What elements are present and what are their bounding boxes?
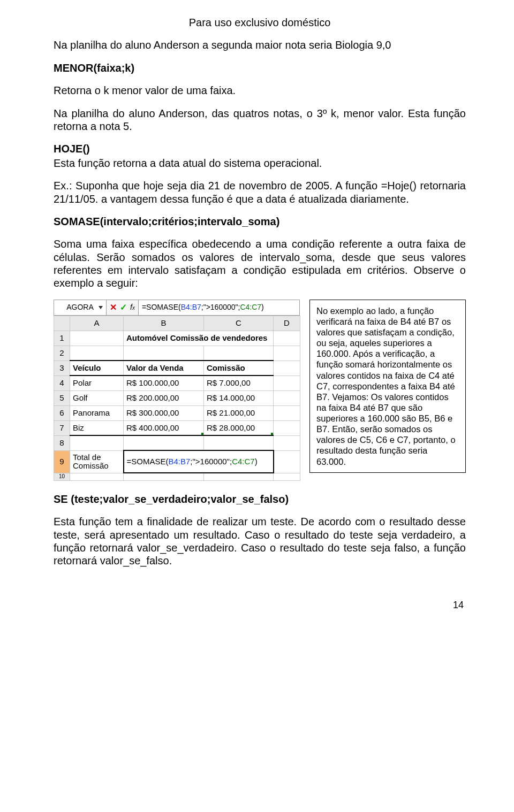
row-header[interactable]: 4 bbox=[54, 376, 70, 390]
cell[interactable] bbox=[274, 435, 300, 450]
cancel-formula-icon[interactable]: ✕ bbox=[110, 302, 117, 313]
cell[interactable]: R$ 21.000,00 bbox=[204, 405, 274, 420]
col-header-d[interactable]: D bbox=[274, 316, 300, 331]
cell[interactable] bbox=[124, 435, 204, 450]
row-header[interactable]: 6 bbox=[54, 405, 70, 420]
spreadsheet-example: AGORA ✕ ✓ fx =SOMASE(B4:B7;">160000";C4:… bbox=[54, 300, 300, 481]
cell[interactable] bbox=[274, 376, 300, 390]
col-header-c[interactable]: C bbox=[204, 316, 274, 331]
cell[interactable] bbox=[70, 473, 124, 480]
row-header[interactable]: 9 bbox=[54, 450, 70, 473]
paragraph-somase-desc: Soma uma faixa específica obedecendo a u… bbox=[54, 238, 466, 290]
cell[interactable]: Polar bbox=[70, 376, 124, 390]
paragraph-se-desc: Esta função tem a finalidade de realizar… bbox=[54, 515, 466, 568]
cell[interactable] bbox=[274, 346, 300, 361]
paragraph-hoje-example: Ex.: Suponha que hoje seja dia 21 de nov… bbox=[54, 179, 466, 205]
cell[interactable]: Panorama bbox=[70, 405, 124, 420]
heading-se: SE (teste;valor_se_verdadeiro;valor_se_f… bbox=[54, 493, 466, 505]
heading-somase: SOMASE(intervalo;critérios;intervalo_som… bbox=[54, 215, 466, 228]
row-header[interactable]: 7 bbox=[54, 420, 70, 435]
paragraph-menor-desc: Retorna o k menor valor de uma faixa. bbox=[54, 84, 466, 97]
row-header[interactable]: 5 bbox=[54, 390, 70, 405]
cell[interactable]: Comissão bbox=[204, 361, 274, 376]
cell[interactable]: R$ 300.000,00 bbox=[124, 405, 204, 420]
formula-text: =SOMASE(B4:B7;">160000";C4:C7) bbox=[142, 303, 264, 312]
page-number: 14 bbox=[54, 600, 466, 611]
paragraph-menor-example: Na planilha do aluno Anderson, das quatr… bbox=[54, 107, 466, 133]
paragraph-hoje-desc: Esta função retorna a data atual do sist… bbox=[54, 157, 466, 170]
cell[interactable] bbox=[274, 420, 300, 435]
name-box[interactable]: AGORA bbox=[54, 300, 107, 315]
cell[interactable] bbox=[274, 473, 300, 480]
cell[interactable] bbox=[274, 450, 300, 473]
accept-formula-icon[interactable]: ✓ bbox=[120, 302, 127, 313]
cell[interactable] bbox=[124, 346, 204, 361]
col-header-a[interactable]: A bbox=[70, 316, 124, 331]
cell[interactable] bbox=[274, 361, 300, 376]
cell[interactable]: Total de Comissão bbox=[70, 450, 124, 473]
cell[interactable] bbox=[204, 435, 274, 450]
corner-cell[interactable] bbox=[54, 316, 70, 331]
example-explanation-box: No exemplo ao lado, a função verificará … bbox=[309, 300, 466, 473]
cell[interactable]: Golf bbox=[70, 390, 124, 405]
cell[interactable] bbox=[124, 473, 204, 480]
paragraph-intro: Na planilha do aluno Anderson a segunda … bbox=[54, 39, 466, 51]
cell[interactable]: R$ 14.000,00 bbox=[204, 390, 274, 405]
cell[interactable] bbox=[204, 473, 274, 480]
heading-hoje: HOJE() bbox=[54, 142, 466, 155]
cell[interactable]: R$ 100.000,00 bbox=[124, 376, 204, 390]
col-header-b[interactable]: B bbox=[124, 316, 204, 331]
cell[interactable] bbox=[274, 390, 300, 405]
fx-icon[interactable]: fx bbox=[130, 303, 135, 312]
cell[interactable]: R$ 200.000,00 bbox=[124, 390, 204, 405]
cell[interactable]: Biz bbox=[70, 420, 124, 435]
formula-input[interactable]: =SOMASE(B4:B7;">160000";C4:C7) bbox=[139, 300, 299, 315]
cell[interactable]: R$ 400.000,00 bbox=[124, 420, 204, 435]
cell[interactable] bbox=[274, 331, 300, 346]
cell[interactable] bbox=[70, 435, 124, 450]
cell[interactable] bbox=[70, 331, 124, 346]
row-header[interactable]: 3 bbox=[54, 361, 70, 376]
cell[interactable]: Valor da Venda bbox=[124, 361, 204, 376]
cell[interactable]: R$ 7.000,00 bbox=[204, 376, 274, 390]
spreadsheet-grid: A B C D 1 Automóvel Comissão de vendedor… bbox=[54, 316, 300, 481]
cell[interactable]: Veículo bbox=[70, 361, 124, 376]
row-header[interactable]: 1 bbox=[54, 331, 70, 346]
active-cell[interactable]: =SOMASE(B4:B7;">160000";C4:C7) bbox=[124, 450, 274, 473]
cell[interactable]: Automóvel Comissão de vendedores bbox=[124, 331, 274, 346]
cell[interactable] bbox=[274, 405, 300, 420]
row-header[interactable]: 8 bbox=[54, 435, 70, 450]
row-header[interactable]: 10 bbox=[54, 473, 70, 480]
cell[interactable] bbox=[204, 346, 274, 361]
cell[interactable] bbox=[70, 346, 124, 361]
heading-menor: MENOR(faixa;k) bbox=[54, 62, 466, 74]
formula-bar: AGORA ✕ ✓ fx =SOMASE(B4:B7;">160000";C4:… bbox=[54, 300, 300, 316]
page-header: Para uso exclusivo doméstico bbox=[54, 16, 466, 29]
cell[interactable]: R$ 28.000,00 bbox=[204, 420, 274, 435]
row-header[interactable]: 2 bbox=[54, 346, 70, 361]
cell-formula: =SOMASE(B4:B7;">160000";C4:C7) bbox=[127, 457, 258, 466]
